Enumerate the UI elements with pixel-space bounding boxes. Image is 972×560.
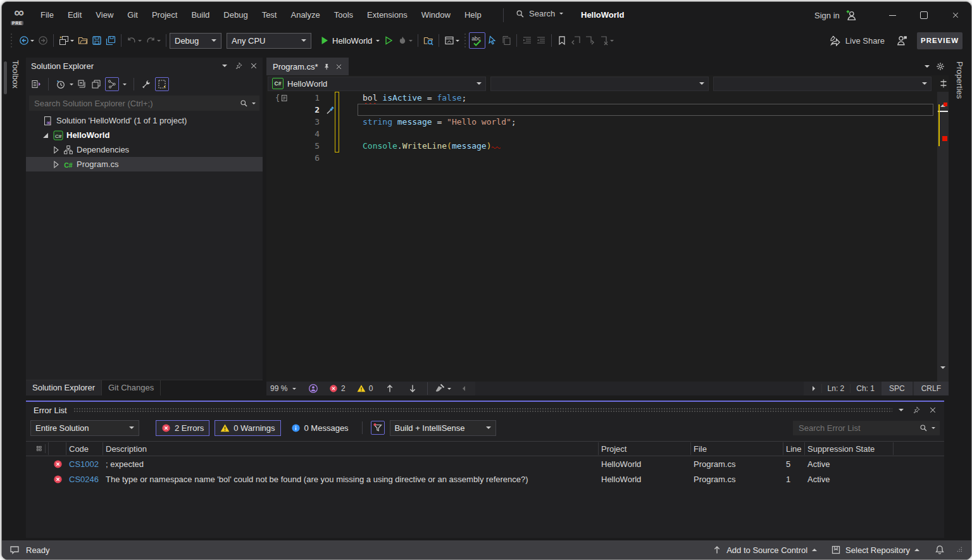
close-icon[interactable] <box>929 406 937 414</box>
select-repository-button[interactable]: Select Repository <box>827 540 923 559</box>
code-line-1[interactable]: 1bol isActive = false; <box>266 92 935 104</box>
configuration-select[interactable]: Debug <box>170 33 221 49</box>
tree-item-solution-helloworld-1-of-1-project[interactable]: ∞Solution 'HelloWorld' (1 of 1 project) <box>26 113 263 128</box>
code-line-3[interactable]: 3string message = "Hello world"; <box>266 116 935 128</box>
close-icon[interactable] <box>250 62 258 70</box>
menu-file[interactable]: File <box>34 2 61 28</box>
find-in-files-button[interactable] <box>421 34 435 47</box>
code-column[interactable]: Code <box>66 442 103 455</box>
minimize-button[interactable] <box>876 2 908 28</box>
panel-tab-git-changes[interactable]: Git Changes <box>102 380 161 395</box>
start-debugging-button[interactable]: HelloWorld <box>318 34 382 47</box>
selection-mode-button[interactable] <box>485 34 499 47</box>
close-tab-icon[interactable] <box>335 63 342 70</box>
pending-changes-filter-icon[interactable] <box>56 79 66 89</box>
menu-edit[interactable]: Edit <box>61 2 89 28</box>
tab-program-cs[interactable]: Program.cs* <box>266 58 349 75</box>
gear-icon[interactable] <box>936 62 945 71</box>
hot-reload-button[interactable] <box>396 34 414 47</box>
toggle-bookmark-button[interactable] <box>555 34 569 47</box>
increase-indent-button[interactable] <box>534 34 548 47</box>
menu-debug[interactable]: Debug <box>216 2 254 28</box>
next-issue-icon[interactable] <box>408 383 418 394</box>
source-filter-select[interactable]: Build + IntelliSense <box>390 420 496 436</box>
tree-item-dependencies[interactable]: Dependencies <box>26 142 263 157</box>
collapse-all-icon[interactable] <box>77 79 87 89</box>
solution-explorer-home-button[interactable] <box>442 34 461 47</box>
menu-test[interactable]: Test <box>255 2 284 28</box>
save-button[interactable] <box>90 34 104 47</box>
preview-badge-button[interactable]: PREVIEW <box>917 32 963 49</box>
menu-analyze[interactable]: Analyze <box>284 2 327 28</box>
warning-count[interactable]: 0 <box>357 384 373 393</box>
feedback-button[interactable] <box>894 33 909 48</box>
editor-vertical-scrollbar[interactable] <box>937 92 949 382</box>
document-list-icon[interactable] <box>925 65 930 68</box>
line-column[interactable]: Line <box>783 442 805 455</box>
resize-grip-icon[interactable] <box>956 546 964 554</box>
project-column[interactable]: Project <box>599 442 691 455</box>
toolbar-drag-grip[interactable] <box>9 33 13 48</box>
scroll-right-icon[interactable] <box>811 387 816 390</box>
save-all-button[interactable] <box>104 34 118 47</box>
description-column[interactable]: Description <box>103 442 599 455</box>
file-column[interactable]: File <box>691 442 783 455</box>
maximize-button[interactable] <box>908 2 940 28</box>
error-count[interactable]: 2 <box>329 384 346 393</box>
code-line-6[interactable]: 6 <box>266 152 935 164</box>
error-row-cs1002[interactable]: CS1002; expectedHelloWorldProgram.cs5Act… <box>26 456 944 471</box>
clear-bookmarks-button[interactable] <box>597 34 616 47</box>
scroll-down-icon[interactable] <box>940 366 945 378</box>
menu-view[interactable]: View <box>89 2 120 28</box>
start-without-debugging-button[interactable] <box>382 34 396 47</box>
tree-item-program-cs[interactable]: C#Program.cs <box>26 157 263 171</box>
column-indicator[interactable]: Ch: 1 <box>850 384 880 393</box>
menu-help[interactable]: Help <box>458 2 489 28</box>
severity-column[interactable] <box>49 442 66 455</box>
warnings-filter-toggle[interactable]: 0 Warnings <box>215 420 280 436</box>
properties-wrench-icon[interactable] <box>141 79 151 89</box>
switch-views-icon[interactable] <box>31 79 41 89</box>
menu-extensions[interactable]: Extensions <box>360 2 414 28</box>
type-dropdown[interactable] <box>490 77 709 91</box>
code-area[interactable]: { 1bol isActive = false;23string message… <box>266 92 935 382</box>
error-code[interactable]: CS0246 <box>66 475 103 484</box>
split-editor-icon[interactable] <box>938 78 949 89</box>
pin-tab-icon[interactable] <box>323 63 330 70</box>
code-cleanup-button[interactable] <box>435 383 451 394</box>
messages-filter-toggle[interactable]: 0 Messages <box>286 421 354 435</box>
code-line-4[interactable]: 4 <box>266 128 935 140</box>
titlebar-search[interactable]: Search <box>512 8 567 20</box>
pin-icon[interactable] <box>913 406 920 414</box>
feedback-bubble-icon[interactable] <box>9 545 20 555</box>
open-file-button[interactable] <box>76 34 90 47</box>
previous-bookmark-button[interactable] <box>569 34 583 47</box>
solution-explorer-search-input[interactable] <box>33 98 236 109</box>
pin-icon[interactable] <box>235 62 242 70</box>
error-code[interactable]: CS1002 <box>66 459 103 469</box>
code-line-5[interactable]: 5Console.WriteLine(message) <box>266 140 935 152</box>
toolbox-tab[interactable]: Toolbox <box>11 60 20 89</box>
solution-explorer-search[interactable] <box>29 96 259 111</box>
menu-window[interactable]: Window <box>414 2 458 28</box>
next-bookmark-button[interactable] <box>583 34 597 47</box>
properties-tab[interactable]: Properties <box>955 61 964 99</box>
line-indicator[interactable]: Ln: 2 <box>821 384 850 393</box>
spell-checker-toggle[interactable]: abc <box>469 32 485 49</box>
collapsed-expander-icon[interactable] <box>51 160 60 169</box>
scroll-left-icon[interactable] <box>461 387 466 390</box>
code-line-2[interactable]: 2 <box>266 104 935 116</box>
document-outline-icon[interactable]: { <box>275 94 289 103</box>
errors-filter-toggle[interactable]: 2 Errors <box>156 420 209 436</box>
scope-select[interactable]: Entire Solution <box>30 420 139 436</box>
expanded-expander-icon[interactable] <box>41 131 50 140</box>
preview-selected-items-toggle[interactable] <box>155 77 169 91</box>
project-dropdown[interactable]: C# HelloWorld <box>268 77 486 91</box>
panel-tab-solution-explorer[interactable]: Solution Explorer <box>26 380 102 395</box>
navigate-forward-button[interactable] <box>36 34 50 47</box>
close-button[interactable] <box>940 2 971 28</box>
menu-tools[interactable]: Tools <box>327 2 360 28</box>
code-health-icon[interactable] <box>308 383 318 394</box>
sign-in-button[interactable]: Sign in <box>814 2 857 28</box>
navigate-back-button[interactable] <box>17 34 36 47</box>
